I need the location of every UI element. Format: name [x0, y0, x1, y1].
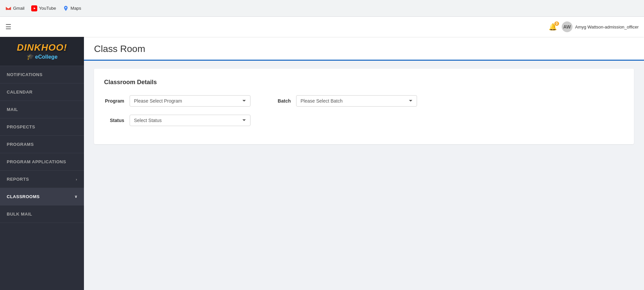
svg-point-3 — [65, 7, 66, 8]
sidebar-item-prospects[interactable]: PROSPECTS — [0, 118, 84, 136]
avatar: AW — [562, 21, 572, 32]
content-body: Classroom Details Program Please Select … — [84, 61, 644, 152]
status-select[interactable]: Select Status — [130, 115, 250, 126]
youtube-icon — [31, 5, 37, 11]
bell-badge: 0 — [554, 21, 559, 26]
sidebar-item-bulk-mail[interactable]: BULK MAIL — [0, 206, 84, 223]
user-info[interactable]: AW Amyg Wattson-admission_officer — [562, 21, 639, 32]
batch-label: Batch — [271, 98, 291, 104]
form-group-status: Status Select Status — [104, 115, 250, 126]
sidebar-item-label: MAIL — [7, 107, 18, 112]
sidebar-item-label: CALENDAR — [7, 90, 33, 95]
gmail-icon — [5, 5, 11, 11]
gmail-link[interactable]: Gmail — [5, 5, 25, 11]
sidebar-item-mail[interactable]: MAIL — [0, 101, 84, 118]
user-name: Amyg Wattson-admission_officer — [575, 24, 639, 30]
sidebar-item-label: REPORTS — [7, 177, 29, 182]
sidebar-item-calendar[interactable]: CALENDAR — [0, 83, 84, 101]
classroom-details-card: Classroom Details Program Please Select … — [94, 69, 634, 144]
hamburger-menu[interactable]: ☰ — [5, 23, 11, 31]
sidebar-item-label: NOTIFICATIONS — [7, 72, 43, 77]
maps-link[interactable]: Maps — [63, 5, 81, 11]
content-area: Class Room Classroom Details Program Ple… — [84, 37, 644, 290]
bell-container[interactable]: 🔔 0 — [549, 23, 557, 31]
sidebar-item-classrooms[interactable]: CLASSROOMS ∨ — [0, 188, 84, 206]
sidebar-item-label: BULK MAIL — [7, 212, 32, 217]
form-row-status: Status Select Status — [104, 115, 624, 126]
youtube-label: YouTube — [39, 6, 56, 11]
status-label: Status — [104, 118, 124, 123]
sidebar-item-notifications[interactable]: NOTIFICATIONS — [0, 66, 84, 83]
sidebar-item-programs[interactable]: PROGRAMS — [0, 136, 84, 153]
sidebar-reports-arrow: › — [76, 177, 77, 181]
logo-cap: 🎓 — [27, 53, 34, 60]
page-header: Class Room — [84, 37, 644, 61]
program-select[interactable]: Please Select Program — [130, 95, 250, 107]
sidebar-item-label: PROSPECTS — [7, 124, 35, 129]
avatar-initials: AW — [563, 24, 571, 30]
form-group-batch: Batch Please Select Batch — [271, 95, 417, 107]
sidebar-logo: DINKHOO! 🎓 eCollege — [0, 37, 84, 66]
sidebar-nav: NOTIFICATIONS CALENDAR MAIL PROSPECTS PR… — [0, 66, 84, 290]
sidebar: DINKHOO! 🎓 eCollege NOTIFICATIONS CALEND… — [0, 37, 84, 290]
app-container: ☰ 🔔 0 AW Amyg Wattson-admission_officer … — [0, 17, 644, 290]
sidebar-item-label: CLASSROOMS — [7, 194, 40, 199]
sidebar-item-reports[interactable]: REPORTS › — [0, 171, 84, 188]
sidebar-classrooms-arrow: ∨ — [75, 194, 78, 199]
maps-label: Maps — [71, 6, 81, 11]
youtube-link[interactable]: YouTube — [31, 5, 56, 11]
batch-select[interactable]: Please Select Batch — [296, 95, 417, 107]
form-row-program-batch: Program Please Select Program Batch Plea… — [104, 95, 624, 107]
logo-ecollege: eCollege — [35, 54, 58, 60]
card-title: Classroom Details — [104, 79, 624, 86]
logo-dinkhoo: DINKHOO! — [5, 42, 79, 53]
maps-icon — [63, 5, 69, 11]
gmail-label: Gmail — [13, 6, 25, 11]
sidebar-item-label: PROGRAM APPLICATIONS — [7, 159, 66, 164]
sidebar-item-label: PROGRAMS — [7, 142, 34, 147]
program-label: Program — [104, 98, 124, 104]
main-layout: DINKHOO! 🎓 eCollege NOTIFICATIONS CALEND… — [0, 37, 644, 290]
navbar-right: 🔔 0 AW Amyg Wattson-admission_officer — [549, 21, 639, 32]
page-title: Class Room — [94, 44, 634, 60]
form-group-program: Program Please Select Program — [104, 95, 250, 107]
browser-bar: Gmail YouTube Maps — [0, 0, 644, 17]
top-navbar: ☰ 🔔 0 AW Amyg Wattson-admission_officer — [0, 17, 644, 37]
sidebar-item-program-applications[interactable]: PROGRAM APPLICATIONS — [0, 153, 84, 171]
